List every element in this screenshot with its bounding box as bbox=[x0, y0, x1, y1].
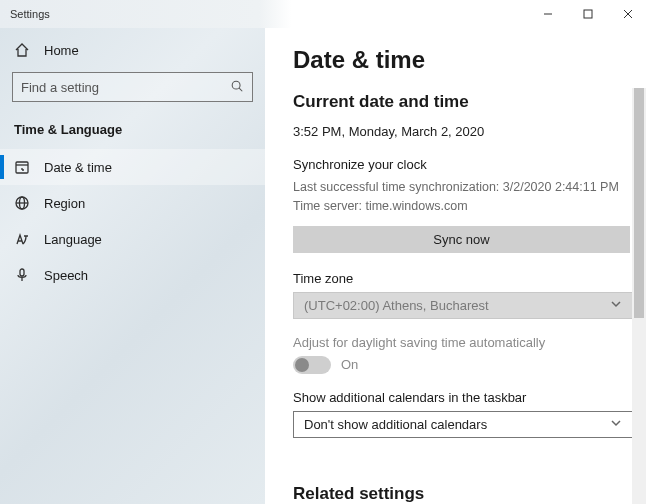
calendars-label: Show additional calendars in the taskbar bbox=[293, 390, 630, 405]
dst-state: On bbox=[341, 357, 358, 372]
sidebar-item-label: Speech bbox=[44, 268, 88, 283]
search-input[interactable] bbox=[21, 80, 230, 95]
sync-server: Time server: time.windows.com bbox=[293, 197, 630, 216]
sidebar-home-label: Home bbox=[44, 43, 79, 58]
sidebar-home[interactable]: Home bbox=[0, 34, 265, 66]
search-icon bbox=[230, 79, 244, 96]
calendars-select[interactable]: Don't show additional calendars bbox=[293, 411, 633, 438]
timezone-value: (UTC+02:00) Athens, Bucharest bbox=[304, 298, 489, 313]
window-title: Settings bbox=[10, 8, 50, 20]
current-datetime: 3:52 PM, Monday, March 2, 2020 bbox=[293, 124, 630, 139]
sidebar-item-label: Date & time bbox=[44, 160, 112, 175]
sidebar: Home Time & Language Date & time bbox=[0, 28, 265, 504]
scrollbar-thumb[interactable] bbox=[634, 88, 644, 318]
chevron-down-icon bbox=[610, 417, 622, 432]
sidebar-item-speech[interactable]: Speech bbox=[0, 257, 265, 293]
page-title: Date & time bbox=[293, 46, 630, 74]
sidebar-category: Time & Language bbox=[0, 112, 265, 149]
scrollbar[interactable] bbox=[632, 88, 646, 504]
maximize-icon bbox=[583, 9, 593, 19]
timezone-select[interactable]: (UTC+02:00) Athens, Bucharest bbox=[293, 292, 633, 319]
sync-now-button[interactable]: Sync now bbox=[293, 226, 630, 253]
sidebar-item-date-time[interactable]: Date & time bbox=[0, 149, 265, 185]
home-icon bbox=[14, 42, 30, 58]
minimize-icon bbox=[543, 9, 553, 19]
svg-point-4 bbox=[232, 81, 240, 89]
sidebar-item-region[interactable]: Region bbox=[0, 185, 265, 221]
related-settings-heading: Related settings bbox=[293, 484, 630, 504]
calendars-value: Don't show additional calendars bbox=[304, 417, 487, 432]
sidebar-item-label: Language bbox=[44, 232, 102, 247]
toggle-track bbox=[293, 356, 331, 374]
toggle-thumb bbox=[295, 358, 309, 372]
chevron-down-icon bbox=[610, 298, 622, 313]
content-pane: Date & time Current date and time 3:52 P… bbox=[265, 28, 648, 504]
sync-last-success: Last successful time synchronization: 3/… bbox=[293, 178, 630, 197]
svg-rect-6 bbox=[16, 162, 28, 173]
sidebar-item-language[interactable]: Language bbox=[0, 221, 265, 257]
clock-icon bbox=[14, 159, 30, 175]
microphone-icon bbox=[14, 267, 30, 283]
language-icon bbox=[14, 231, 30, 247]
svg-rect-13 bbox=[20, 269, 24, 276]
dst-toggle: On bbox=[293, 356, 630, 374]
svg-line-5 bbox=[239, 88, 242, 91]
minimize-button[interactable] bbox=[528, 0, 568, 28]
timezone-label: Time zone bbox=[293, 271, 630, 286]
section-current-heading: Current date and time bbox=[293, 92, 630, 112]
dst-label: Adjust for daylight saving time automati… bbox=[293, 335, 630, 350]
sync-clock-heading: Synchronize your clock bbox=[293, 157, 630, 172]
search-input-wrap[interactable] bbox=[12, 72, 253, 102]
globe-icon bbox=[14, 195, 30, 211]
close-icon bbox=[623, 9, 633, 19]
close-button[interactable] bbox=[608, 0, 648, 28]
maximize-button[interactable] bbox=[568, 0, 608, 28]
sidebar-item-label: Region bbox=[44, 196, 85, 211]
svg-rect-1 bbox=[584, 10, 592, 18]
titlebar: Settings bbox=[0, 0, 648, 28]
